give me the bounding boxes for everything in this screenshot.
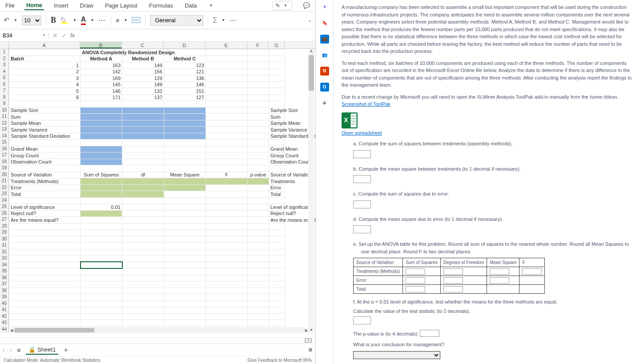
cell-C36[interactable] — [122, 275, 164, 281]
row-header-24[interactable]: 24 — [0, 197, 9, 204]
cell-F18[interactable] — [248, 159, 269, 165]
cell-G37[interactable] — [269, 281, 285, 288]
comments-icon[interactable]: 💬 — [301, 1, 312, 10]
cell-E1[interactable] — [206, 49, 248, 56]
cell-G39[interactable] — [269, 294, 285, 301]
cell-B28[interactable] — [81, 223, 122, 230]
cell-A28[interactable] — [9, 223, 81, 230]
cell-B43[interactable] — [81, 320, 122, 327]
select-all-corner[interactable] — [0, 42, 9, 48]
cell-D37[interactable] — [164, 281, 206, 288]
cell-B11[interactable] — [81, 114, 122, 120]
cell-A33[interactable] — [9, 256, 81, 262]
horizontal-scrollbar[interactable]: ◀ ▶ — [9, 327, 309, 333]
cell-B17[interactable] — [81, 152, 122, 159]
cell-F29[interactable] — [248, 230, 269, 236]
cell-G36[interactable] — [269, 275, 285, 281]
cell-F36[interactable] — [248, 275, 269, 281]
cell-C28[interactable] — [122, 223, 164, 230]
cell-B4[interactable]: 142 — [81, 68, 122, 75]
row-header-34[interactable]: 34 — [0, 262, 9, 268]
row-header-17[interactable]: 17 — [0, 152, 9, 159]
cell-E19[interactable] — [206, 165, 248, 172]
cell-A22[interactable]: Error — [9, 184, 81, 191]
cell-C15[interactable] — [122, 140, 164, 146]
cell-B24[interactable] — [81, 197, 122, 204]
cell-G18[interactable]: Observation Count — [269, 159, 285, 165]
horizontal-scroll-thumb[interactable] — [14, 328, 94, 332]
cell-D4[interactable]: 121 — [164, 68, 206, 75]
cell-C39[interactable] — [122, 294, 164, 301]
cancel-formula-icon[interactable]: ✕ — [52, 32, 58, 39]
more-tabs-dropdown[interactable]: ▼ — [208, 3, 215, 8]
row-header-1[interactable]: 1 — [0, 49, 9, 56]
sheet-nav-next[interactable]: › — [10, 347, 12, 353]
cell-C25[interactable] — [122, 204, 164, 211]
cell-D31[interactable] — [164, 243, 206, 249]
cell-G29[interactable] — [269, 230, 285, 236]
cell-A19[interactable] — [9, 165, 81, 172]
cell-A41[interactable] — [9, 307, 81, 314]
tab-insert[interactable]: Insert — [52, 1, 70, 10]
cell-F20[interactable]: p-value — [248, 172, 269, 178]
scroll-right-arrow[interactable]: ▶ — [304, 328, 309, 332]
cell-B23[interactable] — [81, 191, 122, 198]
cell-C3[interactable]: 149 — [122, 62, 164, 69]
cell-A27[interactable]: Are the means equal? — [9, 217, 81, 224]
cell-G28[interactable] — [269, 223, 285, 230]
cell-C4[interactable]: 156 — [122, 68, 164, 75]
cell-D30[interactable] — [164, 236, 206, 243]
cell-B6[interactable]: 145 — [81, 81, 122, 88]
cell-A20[interactable]: Source of Variation — [9, 172, 81, 178]
cell-G12[interactable]: Sample Mean — [269, 120, 285, 127]
cell-B31[interactable] — [81, 243, 122, 249]
row-header-13[interactable]: 13 — [0, 126, 9, 133]
col-header-F[interactable]: F — [247, 42, 269, 48]
cell-B15[interactable] — [81, 140, 122, 146]
cell-F8[interactable] — [248, 94, 269, 101]
cell-D3[interactable]: 123 — [164, 62, 206, 69]
cell-B32[interactable] — [81, 249, 122, 256]
sheet-nav-prev[interactable]: ‹ — [3, 347, 4, 353]
cell-D15[interactable] — [164, 140, 206, 146]
cell-D11[interactable] — [164, 114, 206, 120]
row-header-32[interactable]: 32 — [0, 249, 9, 256]
anova-err-ss[interactable] — [406, 277, 425, 284]
cell-D43[interactable] — [164, 320, 206, 327]
cell-A3[interactable]: 1 — [9, 62, 81, 69]
cell-D29[interactable] — [164, 230, 206, 236]
row-header-14[interactable]: 14 — [0, 133, 9, 140]
row-header-28[interactable]: 28 — [0, 223, 9, 230]
row-header-2[interactable]: 2 — [0, 56, 9, 62]
align-dropdown[interactable]: ▼ — [124, 18, 128, 22]
answer-a-input[interactable] — [353, 150, 371, 158]
cell-B1[interactable]: ANOVA Completely Randomized Design — [81, 49, 122, 56]
row-header-5[interactable]: 5 — [0, 75, 9, 81]
cell-B12[interactable] — [81, 120, 122, 127]
row-header-44[interactable]: 44 — [0, 326, 9, 333]
cell-A37[interactable] — [9, 281, 81, 288]
cell-F22[interactable] — [248, 184, 269, 191]
copilot-icon[interactable]: ✦ — [320, 3, 329, 12]
row-header-18[interactable]: 18 — [0, 159, 9, 165]
cell-F11[interactable] — [248, 114, 269, 120]
cell-A34[interactable] — [9, 262, 81, 268]
cell-B36[interactable] — [81, 275, 122, 281]
vertical-scroll-thumb[interactable] — [309, 55, 314, 91]
cell-G22[interactable]: Error — [269, 184, 285, 191]
cell-D36[interactable] — [164, 275, 206, 281]
cell-E43[interactable] — [206, 320, 248, 327]
cell-B25[interactable]: 0.01 — [81, 204, 122, 211]
cell-A7[interactable]: 5 — [9, 88, 81, 95]
cell-F35[interactable] — [248, 268, 269, 275]
cell-A26[interactable]: Reject null? — [9, 210, 81, 217]
cell-C13[interactable] — [122, 127, 164, 133]
anova-treat-ms[interactable] — [490, 268, 509, 275]
add-app-icon[interactable]: + — [320, 99, 329, 108]
row-header-22[interactable]: 22 — [0, 184, 9, 191]
row-header-7[interactable]: 7 — [0, 88, 9, 94]
cell-D34[interactable] — [164, 262, 206, 268]
cell-C37[interactable] — [122, 281, 164, 288]
cell-E30[interactable] — [206, 236, 248, 243]
row-header-23[interactable]: 23 — [0, 191, 9, 197]
